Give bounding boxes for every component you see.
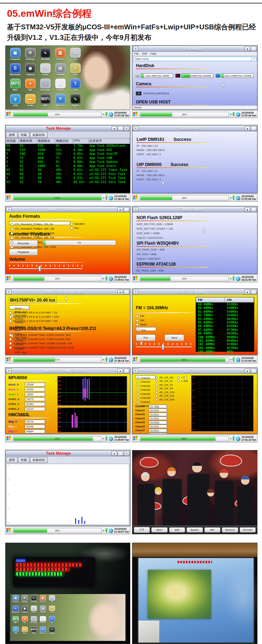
tab-purpose[interactable]: 实验目的 <box>30 132 48 138</box>
oversampling-option[interactable]: AD_OS_X4 <box>155 383 174 386</box>
taskbar[interactable]: 34% 2013/04/3018:21:54 Tue <box>132 275 257 282</box>
station-row[interactable]: 89.60MHz540KHz <box>196 306 254 310</box>
close-icon[interactable]: × <box>124 451 129 456</box>
field-value[interactable]: 62360 <box>25 402 45 406</box>
station-row[interactable]: 104.80MHz0KHz <box>196 350 254 353</box>
maximize-icon[interactable] <box>251 369 256 373</box>
minimize-icon[interactable]: ▲ <box>117 369 123 373</box>
tab-purpose[interactable]: 实验目的 <box>30 457 48 463</box>
viewer-button[interactable]: RETURN <box>240 527 256 533</box>
desktop-app-icon[interactable]: ♪ Recorder <box>29 616 38 626</box>
close-icon[interactable]: × <box>133 46 138 51</box>
start-windows-flag-icon[interactable] <box>133 357 139 362</box>
radio-icon[interactable] <box>137 329 140 332</box>
viewer-button[interactable]: NEXT <box>151 527 167 533</box>
band-option[interactable]: AM <box>136 319 193 322</box>
close-icon[interactable]: × <box>6 290 12 294</box>
open-file-dropdown[interactable]: Open none▼ <box>133 57 256 61</box>
desktop-app-icon[interactable]: ▮ Sensor <box>38 616 48 626</box>
field-value[interactable]: 03075 <box>25 397 45 401</box>
radio-icon[interactable] <box>155 376 158 379</box>
maximize-icon[interactable] <box>124 369 129 373</box>
radio-icon[interactable] <box>9 320 12 323</box>
band-option[interactable]: Spek <box>136 323 193 326</box>
desktop-app-icon[interactable]: ▣ Computer <box>8 47 23 63</box>
radio-icon[interactable] <box>155 380 158 382</box>
station-row[interactable]: 102.60MHz918KHz <box>196 342 254 346</box>
oversampling-option[interactable]: AD_OS_X8 <box>155 387 174 390</box>
desktop-app-icon[interactable]: ⌖ GPS <box>68 63 83 78</box>
minimize-icon[interactable]: ▲ <box>111 126 117 131</box>
viewer-button[interactable]: BMP <box>169 527 185 533</box>
radio-icon[interactable] <box>9 338 12 341</box>
tab-performance[interactable]: 性能 <box>18 457 29 463</box>
value-field[interactable]: 00.0001 <box>149 408 167 412</box>
sensitivity-option[interactable]: Sensitivity 1.85 lx or 0.93 lxMT = 31 <box>9 311 126 314</box>
field-value[interactable]: 03134 <box>25 407 45 411</box>
start-windows-flag-icon[interactable] <box>6 195 12 201</box>
start-windows-flag-icon[interactable] <box>6 357 12 362</box>
sensitivity-option[interactable]: Sensitivity 1.20 lx or 0.60 lxMT = 69 <box>9 319 126 323</box>
samples-option[interactable]: 4 Samples, Convert Time: 13.5ms Current:… <box>9 342 126 345</box>
tuning-slider[interactable] <box>136 347 192 347</box>
maximize-icon[interactable] <box>124 290 129 294</box>
oversampling-option[interactable]: AD_OS_X16 <box>155 391 174 394</box>
station-row[interactable]: 96.60MHz855KHz <box>196 324 254 328</box>
desktop-app-icon[interactable]: WiFi WiFi <box>38 93 53 109</box>
radio-icon[interactable] <box>70 227 73 230</box>
start-windows-flag-icon[interactable] <box>133 436 139 441</box>
desktop-app-icon[interactable]: ⚙ Settings <box>20 595 29 605</box>
station-row[interactable]: 92.70MHz558KHz <box>196 313 254 317</box>
desktop-app-icon[interactable]: ▤ FM/AM <box>53 63 68 78</box>
viewer-button[interactable]: 打开 <box>134 527 150 533</box>
samples-option[interactable]: 2 Samples, Convert Time: 7.5ms Current: … <box>9 338 126 341</box>
output-option[interactable]: Ear <box>137 328 155 332</box>
desktop-app-icon[interactable]: B Bluetooth <box>8 63 23 78</box>
maximize-icon[interactable] <box>251 46 256 51</box>
slider-thumb[interactable] <box>162 344 164 350</box>
taskbar[interactable]: 100% 2013/04/3017:18:14 Tue <box>5 194 130 202</box>
desktop-app-icon[interactable]: ▨ Picture <box>53 47 68 63</box>
station-row[interactable]: 91.60MHz549KHz <box>196 310 254 313</box>
task-row[interactable]: 62 64 64 50% 0.47% uC/OS-III Stat Task <box>6 172 130 176</box>
field-value[interactable]: 64864 <box>25 429 45 433</box>
maximize-icon[interactable] <box>118 126 123 131</box>
close-icon[interactable]: × <box>124 126 129 131</box>
desktop-app-icon[interactable]: ∿ Signal <box>48 626 57 637</box>
taskbar[interactable]: 85% 2013/04/3017:41:13 Tue <box>132 435 257 442</box>
task-row[interactable]: 5 108 916 10% 0.05% App Task UserIF <box>6 152 130 156</box>
field-value[interactable]: 15992 <box>25 392 45 396</box>
tab-process[interactable]: 进程 <box>6 457 17 463</box>
format-option[interactable]: I2S_Standard_Phillips, 16b, 16k <box>10 227 69 231</box>
desktop-app-icon[interactable]: ∿ Signal <box>68 93 83 109</box>
viewer-button[interactable]: APP <box>204 527 220 533</box>
taskbar[interactable]: 90% 2013/04/3017:35:57 Tue <box>5 435 130 442</box>
task-row[interactable]: 63 52 76 40% 94.53% uC/OS-III Idle Task <box>6 180 130 184</box>
desktop-app-icon[interactable]: ∿ AD7606 <box>29 595 38 605</box>
task-row[interactable]: 1 64 64 50% 0.83% uC/OS-III Tick Task <box>6 176 130 180</box>
menu-edit[interactable]: Edit <box>142 52 147 55</box>
station-row[interactable]: 97.80MHz873KHz <box>196 328 254 332</box>
channel-option[interactable]: Chanel7 <box>137 400 154 404</box>
station-row[interactable]: 88.40MHz531KHz <box>196 303 254 306</box>
value-field[interactable]: 00.0001 <box>149 429 167 432</box>
channel-option[interactable]: Chanel2 <box>137 380 154 384</box>
drive-nand[interactable]: Used: 130MB Total: 7441MB <box>216 73 254 78</box>
desktop-app-icon[interactable]: B Bluetooth <box>11 605 20 616</box>
value-field[interactable]: 01.7363 <box>149 405 167 408</box>
field-value[interactable]: 00276 <box>25 420 45 424</box>
desktop-app-icon[interactable]: WiFi WiFi <box>29 626 38 637</box>
title-bar[interactable]: × File Manage ▲ <box>132 46 257 52</box>
taskbar[interactable]: 36% 2013/04/3017:07:49 Tue <box>132 110 257 118</box>
desktop-app-icon[interactable]: MP3 MP3 <box>8 78 23 93</box>
viewer-button[interactable]: REDUCE <box>222 527 238 533</box>
radio-icon[interactable] <box>137 381 139 383</box>
minimize-icon[interactable]: ▲ <box>245 290 250 294</box>
station-row[interactable]: 101.80MHz909KHz <box>196 339 254 342</box>
volume-slider[interactable] <box>9 268 82 269</box>
taskbar[interactable]: 38% 2013/04/3017:19:07 Tue <box>5 527 130 534</box>
tab-process[interactable]: 进程 <box>6 132 17 138</box>
minimize-icon[interactable]: ▲ <box>117 290 123 294</box>
maximize-icon[interactable] <box>251 126 256 131</box>
channel-option[interactable]: Chanel3 <box>137 384 154 388</box>
